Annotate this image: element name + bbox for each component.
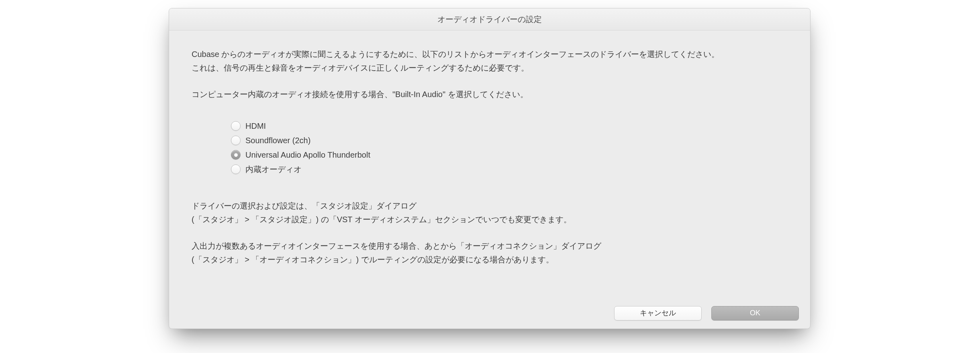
driver-option-label: HDMI — [245, 119, 266, 133]
driver-option-label: 内蔵オーディオ — [245, 162, 302, 176]
dialog-content: Cubase からのオーディオが実際に聞こえるようにするために、以下のリストから… — [169, 30, 810, 266]
note-line1: ドライバーの選択および設定は、「スタジオ設定」ダイアログ — [192, 199, 788, 213]
note-line4: (「スタジオ」 > 「オーディオコネクション」) でルーティングの設定が必要にな… — [192, 253, 788, 266]
dialog-footer: キャンセル OK — [614, 306, 799, 321]
note-line2: (「スタジオ」 > 「スタジオ設定」) の「VST オーディオシステム」セクショ… — [192, 213, 788, 226]
driver-option-hdmi[interactable]: HDMI — [231, 119, 788, 133]
driver-option-soundflower[interactable]: Soundflower (2ch) — [231, 133, 788, 148]
radio-icon — [231, 121, 241, 131]
ok-button[interactable]: OK — [711, 306, 799, 321]
driver-option-label: Universal Audio Apollo Thunderbolt — [245, 148, 370, 162]
radio-icon — [231, 136, 241, 145]
audio-driver-setup-dialog: オーディオドライバーの設定 Cubase からのオーディオが実際に聞こえるように… — [169, 8, 811, 329]
driver-option-apollo[interactable]: Universal Audio Apollo Thunderbolt — [231, 148, 788, 162]
dialog-title: オーディオドライバーの設定 — [169, 8, 810, 30]
radio-icon-selected — [231, 150, 241, 160]
driver-option-builtin[interactable]: 内蔵オーディオ — [231, 162, 788, 176]
cancel-button[interactable]: キャンセル — [614, 306, 702, 321]
intro-text-line3: コンピューター内蔵のオーディオ接続を使用する場合、"Built-In Audio… — [192, 87, 788, 101]
intro-text-line2: これは、信号の再生と録音をオーディオデバイスに正しくルーティングするために必要で… — [192, 61, 788, 75]
radio-icon — [231, 164, 241, 174]
driver-option-label: Soundflower (2ch) — [245, 134, 310, 147]
intro-text-line1: Cubase からのオーディオが実際に聞こえるようにするために、以下のリストから… — [192, 47, 788, 61]
driver-radio-list: HDMI Soundflower (2ch) Universal Audio A… — [231, 119, 788, 176]
note-line3: 入出力が複数あるオーディオインターフェースを使用する場合、あとから「オーディオコ… — [192, 239, 788, 253]
